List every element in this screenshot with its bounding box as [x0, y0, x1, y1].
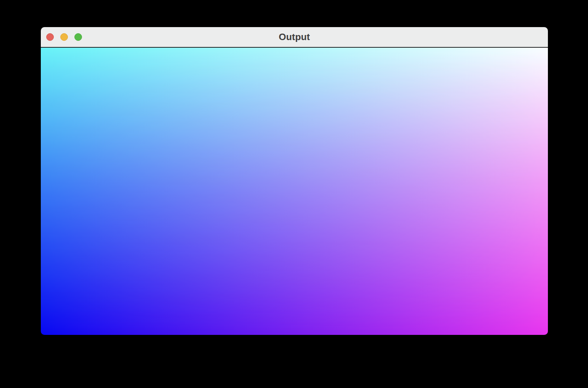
- traffic-lights: [46, 27, 82, 47]
- desktop-background: Output: [0, 0, 588, 388]
- output-canvas: [41, 48, 548, 335]
- output-window: Output: [41, 27, 548, 335]
- titlebar[interactable]: Output: [41, 27, 548, 48]
- window-title: Output: [41, 27, 548, 47]
- zoom-button[interactable]: [74, 33, 82, 41]
- close-button[interactable]: [46, 33, 54, 41]
- minimize-button[interactable]: [60, 33, 68, 41]
